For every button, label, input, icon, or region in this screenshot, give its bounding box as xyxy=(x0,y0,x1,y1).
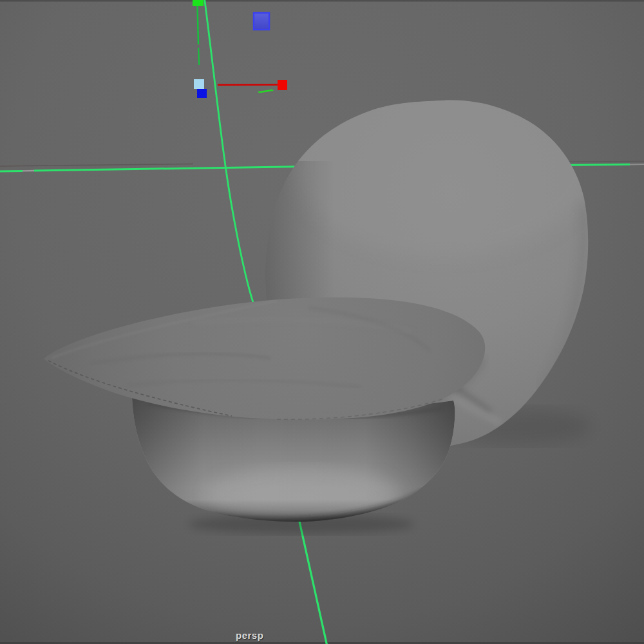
grid-line-shadow-right xyxy=(559,161,644,162)
manipulator-y-axis-line[interactable] xyxy=(198,6,199,44)
viewport-top-edge xyxy=(0,0,644,2)
manipulator-y-axis-line-lower[interactable] xyxy=(198,48,199,65)
viewport-canvas xyxy=(0,0,644,644)
manipulator-selected-handle[interactable] xyxy=(197,89,207,98)
manipulator-x-handle[interactable] xyxy=(278,80,287,90)
manipulator-center-handle[interactable] xyxy=(194,79,204,89)
camera-name-label: persp xyxy=(236,630,263,641)
grid-axis-x-left xyxy=(0,171,23,171)
maya-3d-viewport[interactable]: persp xyxy=(0,0,644,644)
manipulator-z-handle[interactable] xyxy=(254,13,269,30)
manipulator-y-handle[interactable] xyxy=(193,0,204,6)
